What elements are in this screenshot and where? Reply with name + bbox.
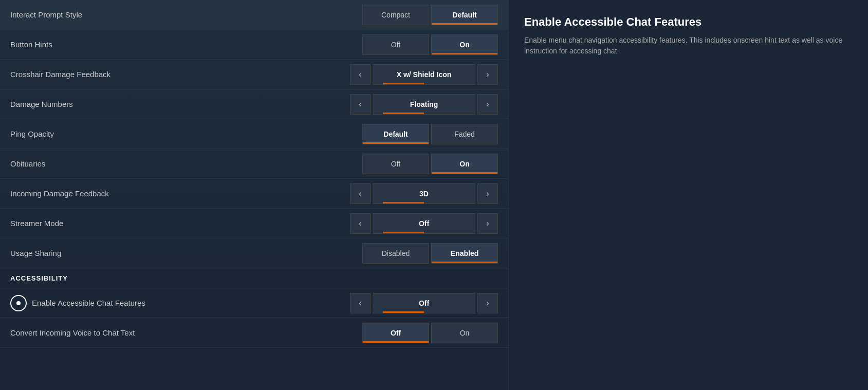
toggle-opt2-obituaries[interactable]: On [431, 154, 498, 174]
toggle-opt2-button-hints[interactable]: On [431, 34, 498, 55]
value-display-streamer-mode: Off [373, 213, 475, 234]
controls-button-hints: OffOn [362, 34, 498, 55]
label-crosshair-damage-feedback: Crosshair Damage Feedback [10, 70, 350, 79]
accessibility-label: ACCESSIBILITY [10, 274, 68, 282]
toggle-opt1-interact-prompt-style[interactable]: Compact [362, 5, 429, 25]
arrow-left-damage-numbers[interactable]: ‹ [350, 94, 371, 115]
toggle-opt2-ping-opacity[interactable]: Faded [431, 124, 498, 144]
arrow-left-enable-accessible-chat[interactable]: ‹ [350, 293, 371, 313]
toggle-opt1-button-hints[interactable]: Off [362, 34, 429, 55]
value-display-damage-numbers: Floating [373, 94, 475, 115]
arrow-left-incoming-damage-feedback[interactable]: ‹ [350, 183, 371, 204]
controls-obituaries: OffOn [362, 154, 498, 174]
info-title: Enable Accessible Chat Features [524, 15, 853, 29]
row-damage-numbers: Damage Numbers‹Floating› [0, 89, 508, 119]
row-ping-opacity: Ping OpacityDefaultFaded [0, 119, 508, 149]
label-convert-incoming-voice: Convert Incoming Voice to Chat Text [10, 328, 362, 337]
controls-damage-numbers: ‹Floating› [350, 94, 498, 115]
row-obituaries: ObituariesOffOn [0, 149, 508, 179]
controls-incoming-damage-feedback: ‹3D› [350, 183, 498, 204]
main-settings-rows: Interact Prompt StyleCompactDefaultButto… [0, 0, 508, 268]
toggle-opt2-convert-incoming-voice[interactable]: On [431, 323, 498, 343]
toggle-opt2-usage-sharing[interactable]: Enabled [431, 243, 498, 264]
accessibility-header: ACCESSIBILITY [0, 268, 508, 288]
row-button-hints: Button HintsOffOn [0, 30, 508, 60]
value-display-crosshair-damage-feedback: X w/ Shield Icon [373, 64, 475, 85]
label-damage-numbers: Damage Numbers [10, 100, 350, 108]
info-panel: Enable Accessible Chat Features Enable m… [509, 0, 868, 390]
toggle-opt1-ping-opacity[interactable]: Default [362, 124, 429, 144]
value-display-incoming-damage-feedback: 3D [373, 183, 475, 204]
controls-enable-accessible-chat: ‹Off› [350, 293, 498, 313]
label-button-hints: Button Hints [10, 40, 362, 49]
label-obituaries: Obituaries [10, 159, 362, 168]
row-streamer-mode: Streamer Mode‹Off› [0, 209, 508, 238]
controls-convert-incoming-voice: OffOn [362, 323, 498, 343]
row-convert-incoming-voice: Convert Incoming Voice to Chat TextOffOn [0, 318, 508, 348]
arrow-right-enable-accessible-chat[interactable]: › [477, 293, 498, 313]
arrow-right-crosshair-damage-feedback[interactable]: › [477, 64, 498, 85]
toggle-opt2-interact-prompt-style[interactable]: Default [431, 5, 498, 25]
arrow-right-incoming-damage-feedback[interactable]: › [477, 183, 498, 204]
controls-interact-prompt-style: CompactDefault [362, 5, 498, 25]
accessibility-rows: Enable Accessible Chat Features‹Off›Conv… [0, 288, 508, 348]
toggle-opt1-obituaries[interactable]: Off [362, 154, 429, 174]
info-description: Enable menu chat navigation accessibilit… [524, 35, 853, 57]
controls-usage-sharing: DisabledEnabled [362, 243, 498, 264]
label-streamer-mode: Streamer Mode [10, 219, 350, 228]
value-display-enable-accessible-chat: Off [373, 293, 475, 313]
row-enable-accessible-chat: Enable Accessible Chat Features‹Off› [0, 288, 508, 318]
label-incoming-damage-feedback: Incoming Damage Feedback [10, 189, 350, 198]
row-incoming-damage-feedback: Incoming Damage Feedback‹3D› [0, 179, 508, 209]
arrow-right-damage-numbers[interactable]: › [477, 94, 498, 115]
label-ping-opacity: Ping Opacity [10, 129, 362, 138]
arrow-left-streamer-mode[interactable]: ‹ [350, 213, 371, 234]
controls-crosshair-damage-feedback: ‹X w/ Shield Icon› [350, 64, 498, 85]
label-usage-sharing: Usage Sharing [10, 249, 362, 257]
arrow-left-crosshair-damage-feedback[interactable]: ‹ [350, 64, 371, 85]
row-usage-sharing: Usage SharingDisabledEnabled [0, 238, 508, 268]
focus-indicator [10, 295, 27, 311]
row-crosshair-damage-feedback: Crosshair Damage Feedback‹X w/ Shield Ic… [0, 60, 508, 89]
row-interact-prompt-style: Interact Prompt StyleCompactDefault [0, 0, 508, 30]
controls-streamer-mode: ‹Off› [350, 213, 498, 234]
arrow-right-streamer-mode[interactable]: › [477, 213, 498, 234]
label-interact-prompt-style: Interact Prompt Style [10, 10, 362, 19]
settings-panel: Interact Prompt StyleCompactDefaultButto… [0, 0, 509, 390]
controls-ping-opacity: DefaultFaded [362, 124, 498, 144]
label-enable-accessible-chat: Enable Accessible Chat Features [32, 299, 350, 307]
toggle-opt1-usage-sharing[interactable]: Disabled [362, 243, 429, 264]
toggle-opt1-convert-incoming-voice[interactable]: Off [362, 323, 429, 343]
